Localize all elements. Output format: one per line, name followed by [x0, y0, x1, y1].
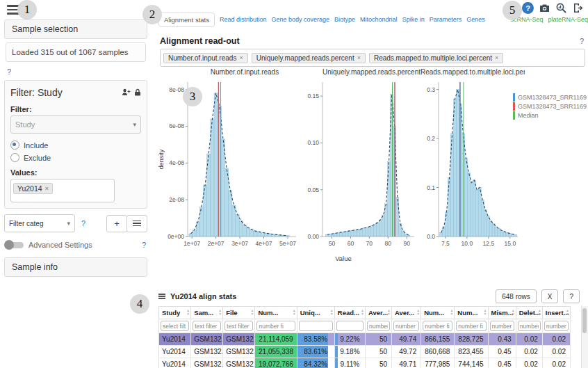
column-filter-12[interactable] [544, 321, 569, 331]
sample-selection-help-link[interactable]: ? [7, 67, 11, 76]
scrollbar-thumb[interactable] [582, 308, 587, 333]
chart-multimapped-percent: Reads.mapped.to.multiple.loci.percent 7.… [420, 68, 525, 253]
plot-zoom-icon[interactable] [555, 2, 567, 14]
exit-icon[interactable] [572, 2, 584, 14]
column-filter-11[interactable] [518, 321, 541, 331]
column-header-2[interactable]: File▲▼ [223, 307, 255, 319]
lock-icon [134, 86, 141, 99]
column-filter-2[interactable] [224, 321, 253, 331]
legend-item: Median [513, 111, 587, 120]
filter-category-select[interactable]: Filter categ ▾ [4, 214, 75, 232]
annotation-1: 1 [17, 0, 37, 19]
table-menu-icon[interactable] [158, 293, 165, 301]
chevron-down-icon: ▾ [133, 121, 136, 128]
remove-chip-icon[interactable]: × [495, 54, 498, 61]
column-filter-4[interactable] [299, 321, 333, 331]
column-header-10[interactable]: Mism...▲▼ [488, 307, 516, 319]
column-header-5[interactable]: Read...▲▼ [334, 307, 365, 319]
advanced-settings-toggle[interactable] [6, 242, 24, 248]
chart-title: Reads.mapped.to.multiple.loci.percent [420, 68, 525, 78]
chip-uniquely-mapped-reads-percent[interactable]: Uniquely.mapped.reads.percent × [252, 53, 366, 63]
column-filter-5[interactable] [336, 321, 364, 331]
column-filter-1[interactable] [193, 321, 221, 331]
values-input[interactable]: Yu2014 × [10, 179, 115, 202]
svg-text:4e+07: 4e+07 [256, 240, 272, 247]
remove-chip-icon[interactable]: × [239, 54, 243, 61]
column-filter-8[interactable] [423, 321, 452, 331]
table-row[interactable]: Yu2014GSM132...GSM132...21,055,33883.61%… [159, 346, 571, 358]
readout-help-link[interactable]: ? [580, 37, 584, 45]
column-header-label: Study [162, 309, 180, 317]
column-header-4[interactable]: Uniq...▲▼ [297, 307, 334, 319]
radio-include-control[interactable] [10, 141, 19, 150]
sample-info-header[interactable]: Sample info [4, 257, 147, 277]
cell-col-7: 49.71 [392, 358, 421, 368]
legend-swatch-sample1 [513, 93, 515, 102]
column-header-12[interactable]: Insert...▲▼ [542, 307, 570, 319]
filter-list-button[interactable] [126, 215, 147, 232]
sample-selection-header[interactable]: Sample selection [4, 19, 147, 39]
table-scrollbar[interactable] [581, 306, 588, 368]
remove-tag-icon[interactable]: × [45, 185, 49, 192]
table-row[interactable]: Yu2014GSM132...GSM132...21,114,05983.58%… [159, 333, 571, 346]
tab-biotype[interactable]: Biotype [334, 16, 355, 23]
metric-chip-bar[interactable]: Number.of.input.reads × Uniquely.mapped.… [160, 49, 585, 67]
radio-include-label: Include [24, 141, 48, 150]
filter-category-help-link[interactable]: ? [81, 219, 85, 227]
row-count-button[interactable]: 648 rows [496, 289, 537, 303]
column-header-1[interactable]: Sam...▲▼ [191, 307, 223, 319]
svg-text:50: 50 [329, 240, 336, 247]
cell-col-9: 744,145 [455, 358, 488, 368]
column-header-9[interactable]: Num...▲▼ [455, 307, 488, 319]
svg-text:0.15: 0.15 [307, 93, 319, 99]
chevron-down-icon: ▾ [67, 220, 70, 227]
column-header-8[interactable]: Num...▲▼ [421, 307, 455, 319]
tab-read-distribution[interactable]: Read distribution [220, 16, 267, 23]
filter-title: Filter: Study [10, 87, 118, 98]
bar-fill [335, 333, 338, 345]
remove-chip-icon[interactable]: × [357, 54, 361, 61]
legend-item: GSM1328473_SRR1169901 [513, 93, 587, 102]
tab-alignment-stats[interactable]: Alignment stats [158, 13, 215, 27]
column-filter-0[interactable] [161, 321, 189, 331]
column-filter-10[interactable] [490, 321, 514, 331]
filter-type-select[interactable]: Study ▾ [10, 115, 141, 134]
table-row[interactable]: Yu2014GSM132...GSM132...19,072,76684.32%… [159, 358, 571, 368]
table-help-button[interactable]: ? [563, 289, 580, 303]
column-header-3[interactable]: Num...▲▼ [255, 307, 297, 319]
column-header-7[interactable]: Aver...▲▼ [392, 307, 421, 319]
column-header-6[interactable]: Aver...▲▼ [365, 307, 391, 319]
advanced-settings-help-link[interactable]: ? [142, 241, 146, 249]
tab-genes[interactable]: Genes [466, 16, 485, 23]
chip-reads-mapped-multiple-loci[interactable]: Reads.mapped.to.multiple.loci.percent × [369, 53, 503, 63]
cell-col-6: 50 [365, 358, 391, 368]
help-button[interactable]: ? [522, 2, 534, 14]
svg-text:0.00: 0.00 [307, 233, 319, 240]
tab-mitochondrial[interactable]: Mitochondrial [360, 16, 398, 23]
svg-text:5e+07: 5e+07 [279, 240, 296, 247]
column-filter-3[interactable] [256, 321, 295, 331]
column-header-0[interactable]: Study▲▼ [159, 307, 191, 319]
tab-platerna-seq[interactable]: plateRNA-Seq [548, 16, 588, 23]
radio-exclude[interactable]: Exclude [10, 153, 141, 162]
column-filter-9[interactable] [456, 321, 486, 331]
close-table-button[interactable]: X [541, 289, 559, 303]
add-filter-button[interactable]: + [106, 215, 127, 232]
user-plus-icon[interactable] [122, 86, 131, 99]
sort-icon: ▲▼ [218, 309, 222, 315]
column-filter-6[interactable] [367, 321, 390, 331]
sidebar: Sample selection Loaded 315 out of 1067 … [4, 19, 147, 280]
column-filter-7[interactable] [393, 321, 419, 331]
radio-include[interactable]: Include [10, 141, 141, 150]
column-header-11[interactable]: Delet...▲▼ [516, 307, 542, 319]
column-header-label: Num... [424, 309, 444, 317]
camera-icon[interactable] [539, 2, 550, 14]
filter-category-value: Filter categ [9, 220, 64, 227]
tab-gene-body-coverage[interactable]: Gene body coverage [272, 16, 330, 23]
tab-parameters[interactable]: Parameters [430, 16, 462, 23]
chip-number-of-input-reads[interactable]: Number.of.input.reads × [163, 53, 248, 63]
tab-spike-in[interactable]: Spike in [402, 16, 425, 23]
radio-exclude-control[interactable] [10, 153, 19, 162]
svg-text:70: 70 [366, 240, 373, 247]
chart-number-of-input-reads: Number.of.input.reads 1e+072e+073e+074e+… [157, 68, 302, 253]
